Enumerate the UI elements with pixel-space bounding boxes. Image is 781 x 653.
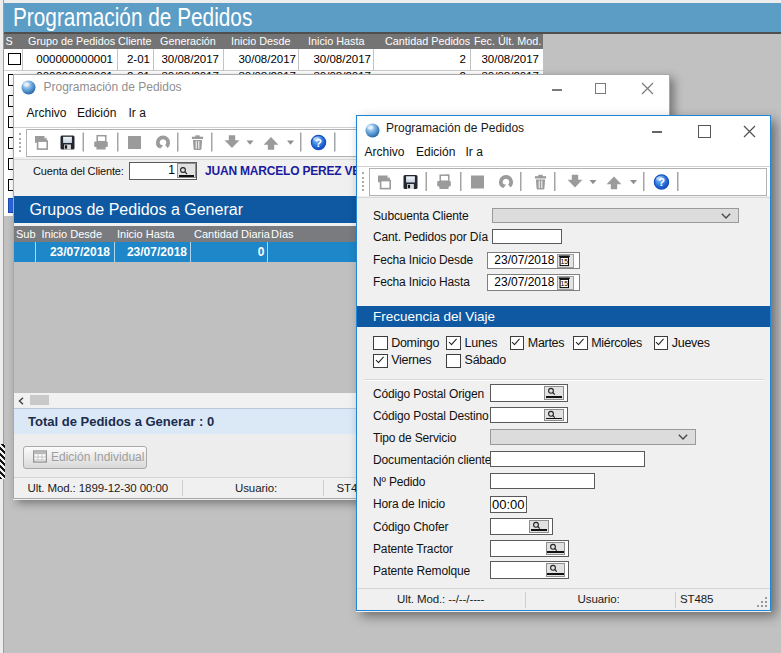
svg-text:15: 15	[560, 258, 568, 265]
svg-text:15: 15	[560, 280, 568, 287]
